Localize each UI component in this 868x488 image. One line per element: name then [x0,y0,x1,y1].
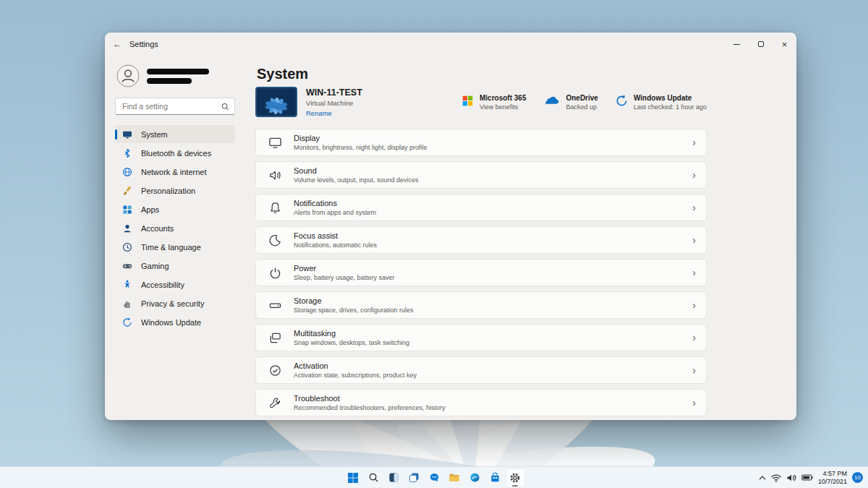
chat-button[interactable] [425,468,444,487]
search-button[interactable] [364,468,383,487]
settings-row-sound[interactable]: SoundVolume levels, output, input, sound… [255,161,707,189]
sidebar-item-gaming[interactable]: Gaming [115,257,235,275]
settings-row-notifications[interactable]: NotificationsAlerts from apps and system… [255,194,707,221]
task-view-icon [409,472,420,483]
maximize-icon [758,41,764,47]
user-account[interactable] [116,61,235,90]
window-title: Settings [129,40,158,48]
status-card-windows-update[interactable]: Windows Update Last checked: 1 hour ago [616,94,707,111]
chevron-right-icon: › [692,137,696,147]
status-cards: Microsoft 365 View benefits OneDrive [461,94,707,111]
settings-row-troubleshoot[interactable]: TroubleshootRecommended troubleshooters,… [255,389,707,416]
chevron-right-icon: › [692,365,696,375]
windows-update-icon [122,317,132,328]
system-icon [122,129,132,140]
redaction-bar [147,69,209,74]
power-icon [268,266,282,280]
sidebar-item-label: Personalization [141,187,195,195]
sidebar-item-system[interactable]: System [115,125,235,143]
close-icon: × [782,40,788,49]
file-explorer-button[interactable] [445,468,464,487]
main-content: System WIN-11-TEST Virtual Machine Renam… [244,56,796,420]
settings-row-focus-assist[interactable]: Focus assistNotifications, automatic rul… [255,226,707,254]
sidebar-item-network-internet[interactable]: Network & internet [115,163,235,181]
widgets-icon [388,472,399,483]
file-explorer-icon [448,472,460,483]
settings-row-display[interactable]: DisplayMonitors, brightness, night light… [255,129,707,156]
chevron-right-icon: › [692,267,696,278]
onedrive-icon [543,95,560,106]
store-button[interactable] [485,468,505,487]
battery-icon[interactable] [801,474,813,481]
widgets-button[interactable] [384,468,404,487]
sidebar-item-personalization[interactable]: Personalization [115,181,235,200]
status-title: Windows Update [634,94,707,102]
sidebar-item-privacy-security[interactable]: Privacy & security [115,294,235,312]
sidebar-item-windows-update[interactable]: Windows Update [115,313,235,331]
wifi-icon[interactable] [771,474,781,482]
status-card-onedrive[interactable]: OneDrive Backed up [543,94,597,111]
redacted-user-name [147,69,209,84]
microsoft-365-icon [461,95,474,107]
row-subtitle: Notifications, automatic rules [294,241,377,249]
device-thumbnail [255,87,297,117]
sidebar-item-label: Apps [141,205,159,214]
row-title: Focus assist [294,231,377,240]
taskbar: 4:57 PM 10/7/2021 10 [0,466,868,488]
gaming-icon [122,261,132,271]
chat-icon [429,472,440,483]
search-box [115,98,235,115]
caption-buttons: × [725,33,796,56]
task-view-button[interactable] [404,468,424,487]
chevron-right-icon: › [692,202,696,213]
sidebar-item-label: Time & language [141,243,201,252]
storage-icon [268,299,282,312]
row-subtitle: Alerts from apps and system [294,209,376,216]
settings-row-multitasking[interactable]: MultitaskingSnap windows, desktops, task… [255,324,707,351]
sidebar-item-accessibility[interactable]: Accessibility [115,275,235,294]
settings-row-storage[interactable]: StorageStorage space, drives, configurat… [255,291,707,319]
maximize-button[interactable] [749,33,773,56]
back-arrow-icon: ← [113,39,122,49]
settings-button[interactable] [506,468,525,487]
sidebar-item-accounts[interactable]: Accounts [115,219,235,237]
row-subtitle: Storage space, drives, configuration rul… [294,307,414,314]
notification-badge[interactable]: 10 [852,472,863,483]
sidebar-item-label: Bluetooth & devices [141,149,211,158]
sidebar-item-bluetooth-devices[interactable]: Bluetooth & devices [115,144,235,162]
bluetooth-icon [122,148,132,158]
settings-row-activation[interactable]: ActivationActivation state, subscription… [255,356,707,384]
minimize-button[interactable] [725,33,749,56]
sidebar-item-label: System [141,130,168,139]
sidebar-item-time-language[interactable]: Time & language [115,238,235,256]
settings-row-power[interactable]: PowerSleep, battery usage, battery saver… [255,259,707,286]
status-subtitle: Backed up [566,103,597,111]
status-title: OneDrive [566,94,597,102]
row-title: Display [294,134,427,142]
back-button[interactable]: ← [105,33,129,56]
tray-clock[interactable]: 4:57 PM 10/7/2021 [818,470,847,486]
sidebar-item-apps[interactable]: Apps [115,200,235,218]
sound-icon [268,168,282,182]
tray-chevron-up-icon[interactable] [759,476,766,480]
row-title: Sound [294,166,419,175]
close-button[interactable]: × [773,33,796,56]
tray-date: 10/7/2021 [818,478,847,486]
volume-icon[interactable] [786,474,796,482]
chevron-right-icon: › [692,300,696,310]
rename-link[interactable]: Rename [306,109,362,117]
status-card-microsoft-365[interactable]: Microsoft 365 View benefits [461,94,526,111]
chevron-right-icon: › [692,235,696,245]
focus-assist-icon [268,234,282,247]
start-button[interactable] [344,468,363,487]
windows-update-icon [616,95,628,107]
accessibility-icon [122,280,132,290]
settings-window: ← Settings × [105,33,796,420]
edge-button[interactable] [465,468,485,487]
apps-icon [122,205,132,215]
search-input[interactable] [121,101,221,111]
tray-time: 4:57 PM [818,470,847,478]
titlebar: ← Settings × [105,33,796,56]
sidebar-item-label: Windows Update [141,318,201,327]
display-icon [268,136,282,150]
